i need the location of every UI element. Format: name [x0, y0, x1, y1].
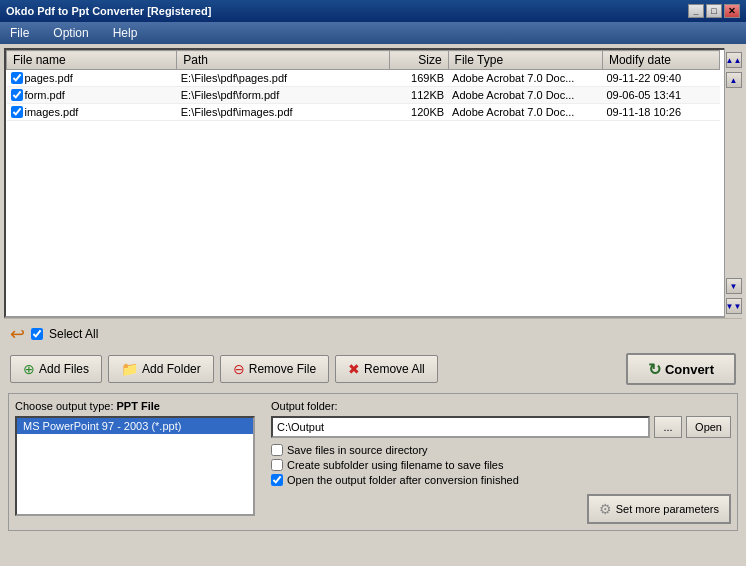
row-checkbox[interactable]	[11, 72, 23, 84]
option-checkbox-label-2[interactable]: Open the output folder after conversion …	[287, 474, 519, 486]
add-folder-icon: 📁	[121, 361, 138, 377]
option-checkbox-1[interactable]	[271, 459, 283, 471]
filename-text: images.pdf	[25, 106, 79, 118]
select-all-label[interactable]: Select All	[49, 327, 98, 341]
checkbox-row: Open the output folder after conversion …	[271, 474, 731, 486]
minimize-button[interactable]: _	[688, 4, 704, 18]
gear-icon: ⚙	[599, 501, 612, 517]
table-row[interactable]: images.pdf E:\Files\pdf\images.pdf 120KB…	[7, 104, 720, 121]
cell-size: 112KB	[390, 87, 449, 104]
filename-text: form.pdf	[25, 89, 65, 101]
row-checkbox[interactable]	[11, 89, 23, 101]
option-checkbox-label-1[interactable]: Create subfolder using filename to save …	[287, 459, 503, 471]
add-folder-label: Add Folder	[142, 362, 201, 376]
cell-size: 120KB	[390, 104, 449, 121]
output-type-list[interactable]: MS PowerPoint 97 - 2003 (*.ppt)	[15, 416, 255, 516]
add-files-button[interactable]: ⊕ Add Files	[10, 355, 102, 383]
cell-path: E:\Files\pdf\pages.pdf	[177, 70, 390, 87]
convert-label: Convert	[665, 362, 714, 377]
output-type-label: Choose output type: PPT File	[15, 400, 255, 412]
title-bar: Okdo Pdf to Ppt Converter [Registered] _…	[0, 0, 746, 22]
cell-name: images.pdf	[7, 104, 177, 121]
title-text: Okdo Pdf to Ppt Converter [Registered]	[6, 5, 211, 17]
col-size: Size	[390, 51, 449, 70]
menu-bar: File Option Help	[0, 22, 746, 44]
menu-help[interactable]: Help	[107, 24, 144, 42]
filename-text: pages.pdf	[25, 72, 73, 84]
scroll-panel: ▲▲ ▲ ▼ ▼▼	[724, 48, 742, 318]
col-modifydate: Modify date	[602, 51, 719, 70]
col-filename: File name	[7, 51, 177, 70]
close-button[interactable]: ✕	[724, 4, 740, 18]
checkbox-row: Save files in source directory	[271, 444, 731, 456]
cell-path: E:\Files\pdf\images.pdf	[177, 104, 390, 121]
checkbox-row: Create subfolder using filename to save …	[271, 459, 731, 471]
select-all-bar: ↩ Select All	[4, 318, 742, 349]
remove-all-label: Remove All	[364, 362, 425, 376]
output-type-section: Choose output type: PPT File MS PowerPoi…	[15, 400, 255, 524]
row-checkbox[interactable]	[11, 106, 23, 118]
folder-row: ... Open	[271, 416, 731, 438]
cell-date: 09-06-05 13:41	[602, 87, 719, 104]
option-checkbox-0[interactable]	[271, 444, 283, 456]
output-folder-label: Output folder:	[271, 400, 731, 412]
set-params-label: Set more parameters	[616, 503, 719, 515]
cell-name: pages.pdf	[7, 70, 177, 87]
remove-file-label: Remove File	[249, 362, 316, 376]
option-checkbox-label-0[interactable]: Save files in source directory	[287, 444, 428, 456]
table-row[interactable]: form.pdf E:\Files\pdf\form.pdf 112KB Ado…	[7, 87, 720, 104]
col-filetype: File Type	[448, 51, 602, 70]
main-content: File name Path Size File Type Modify dat…	[0, 44, 746, 566]
file-scroll-area[interactable]: File name Path Size File Type Modify dat…	[4, 48, 742, 318]
remove-file-button[interactable]: ⊖ Remove File	[220, 355, 329, 383]
file-list-wrapper: File name Path Size File Type Modify dat…	[4, 48, 742, 318]
convert-icon: ↻	[648, 360, 661, 379]
remove-all-button[interactable]: ✖ Remove All	[335, 355, 438, 383]
scroll-top-button[interactable]: ▲▲	[726, 52, 742, 68]
menu-option[interactable]: Option	[47, 24, 94, 42]
add-files-icon: ⊕	[23, 361, 35, 377]
cell-type: Adobe Acrobat 7.0 Doc...	[448, 70, 602, 87]
option-checkbox-2[interactable]	[271, 474, 283, 486]
file-table: File name Path Size File Type Modify dat…	[6, 50, 720, 121]
browse-button[interactable]: ...	[654, 416, 682, 438]
maximize-button[interactable]: □	[706, 4, 722, 18]
add-folder-button[interactable]: 📁 Add Folder	[108, 355, 214, 383]
open-button[interactable]: Open	[686, 416, 731, 438]
set-params-button[interactable]: ⚙ Set more parameters	[587, 494, 731, 524]
remove-file-icon: ⊖	[233, 361, 245, 377]
cell-type: Adobe Acrobat 7.0 Doc...	[448, 87, 602, 104]
scroll-down-button[interactable]: ▼	[726, 278, 742, 294]
table-row[interactable]: pages.pdf E:\Files\pdf\pages.pdf 169KB A…	[7, 70, 720, 87]
menu-file[interactable]: File	[4, 24, 35, 42]
scroll-up-button[interactable]: ▲	[726, 72, 742, 88]
cell-type: Adobe Acrobat 7.0 Doc...	[448, 104, 602, 121]
window-controls: _ □ ✕	[688, 4, 740, 18]
output-type-item[interactable]: MS PowerPoint 97 - 2003 (*.ppt)	[17, 418, 253, 434]
scroll-bottom-button[interactable]: ▼▼	[726, 298, 742, 314]
remove-all-icon: ✖	[348, 361, 360, 377]
output-type-text: Choose output type:	[15, 400, 117, 412]
cell-name: form.pdf	[7, 87, 177, 104]
action-buttons: ⊕ Add Files 📁 Add Folder ⊖ Remove File ✖…	[4, 349, 742, 389]
select-all-checkbox[interactable]	[31, 328, 43, 340]
output-type-value: PPT File	[117, 400, 160, 412]
back-icon[interactable]: ↩	[10, 323, 25, 345]
cell-size: 169KB	[390, 70, 449, 87]
col-path: Path	[177, 51, 390, 70]
checkboxes-area: Save files in source directory Create su…	[271, 444, 731, 486]
output-folder-section: Output folder: ... Open Save files in so…	[271, 400, 731, 524]
cell-path: E:\Files\pdf\form.pdf	[177, 87, 390, 104]
cell-date: 09-11-18 10:26	[602, 104, 719, 121]
output-folder-input[interactable]	[271, 416, 650, 438]
add-files-label: Add Files	[39, 362, 89, 376]
convert-button[interactable]: ↻ Convert	[626, 353, 736, 385]
cell-date: 09-11-22 09:40	[602, 70, 719, 87]
options-panel: Choose output type: PPT File MS PowerPoi…	[8, 393, 738, 531]
